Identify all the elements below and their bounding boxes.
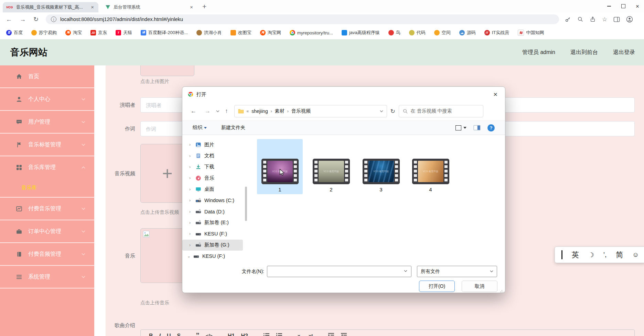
- tree-item-drive-c[interactable]: › Windows (C:): [182, 195, 248, 206]
- bookmark-item[interactable]: 代码: [409, 30, 426, 36]
- filetype-select[interactable]: 所有文件: [417, 266, 497, 277]
- password-key-icon[interactable]: [565, 16, 571, 23]
- bookmark-item[interactable]: 苏宁易购: [31, 30, 57, 36]
- breadcrumb-sucai[interactable]: 素材: [275, 108, 285, 114]
- bookmark-item[interactable]: T天猫: [116, 30, 132, 36]
- back-icon[interactable]: ←: [2, 16, 16, 23]
- bookmark-item[interactable]: 淘淘宝网: [260, 30, 281, 36]
- filename-dropdown-chevron-icon[interactable]: [404, 270, 407, 272]
- tree-scrollbar[interactable]: [245, 187, 247, 221]
- tree-item-documents[interactable]: › 文档: [182, 150, 248, 161]
- ordered-list-button[interactable]: [263, 333, 270, 336]
- sidebar-subitem-music-library[interactable]: 音乐库: [0, 178, 94, 198]
- file-item-4[interactable]: VCG 视觉中国 4: [408, 139, 453, 194]
- logout-link[interactable]: 退出登录: [613, 49, 635, 56]
- subscript-button[interactable]: x₂: [298, 333, 302, 336]
- zoom-icon[interactable]: [577, 16, 583, 22]
- tree-item-drive-g-selected[interactable]: › 新加卷 (G:): [182, 240, 243, 251]
- address-bar[interactable]: i localhost:8080/ssmj1207/admin/dist/ind…: [46, 14, 559, 24]
- header1-button[interactable]: H1: [228, 333, 235, 336]
- file-item-3[interactable]: VCG 视觉中国 3: [358, 139, 404, 194]
- share-icon[interactable]: [590, 16, 596, 22]
- bookmark-item[interactable]: java高级程序猿: [342, 30, 380, 36]
- site-info-icon[interactable]: i: [51, 17, 56, 22]
- collapse-chevron-icon[interactable]: ⌄: [187, 254, 190, 259]
- tree-item-pictures[interactable]: › 图片: [182, 139, 248, 150]
- tab-close-icon[interactable]: ×: [90, 4, 95, 10]
- side-panel-icon[interactable]: [613, 17, 620, 22]
- moon-icon[interactable]: ☽: [588, 251, 594, 259]
- view-mode-button[interactable]: [455, 125, 466, 130]
- file-item-2[interactable]: VCG 视觉中国 2: [308, 139, 354, 194]
- new-tab-button[interactable]: +: [202, 3, 206, 10]
- code-button[interactable]: </>: [206, 333, 213, 336]
- strike-button[interactable]: S: [177, 333, 181, 336]
- dialog-search-box[interactable]: 在 音乐视频 中搜索: [399, 105, 483, 117]
- sidebar-item-music-tag-management[interactable]: 音乐标签管理: [0, 134, 94, 156]
- maximize-icon[interactable]: [621, 4, 625, 8]
- sidebar-item-order-center-management[interactable]: 订单中心管理: [0, 220, 94, 243]
- sidebar-item-personal-center[interactable]: 个人中心: [0, 88, 94, 111]
- expand-chevron-icon[interactable]: ›: [189, 154, 192, 158]
- sidebar-item-system-management[interactable]: 系统管理: [0, 266, 94, 288]
- expand-chevron-icon[interactable]: ›: [189, 198, 192, 203]
- expand-chevron-icon[interactable]: ›: [189, 209, 192, 214]
- tree-item-desktop[interactable]: › 桌面: [182, 184, 248, 195]
- expand-chevron-icon[interactable]: ›: [189, 176, 192, 180]
- nav-forward-icon[interactable]: →: [201, 108, 215, 115]
- expand-chevron-icon[interactable]: ›: [189, 165, 192, 169]
- image-upload-box[interactable]: [140, 65, 194, 76]
- expand-chevron-icon[interactable]: ›: [189, 142, 192, 147]
- bookmark-item[interactable]: 空间: [434, 30, 451, 36]
- bookmark-item[interactable]: 改图宝: [230, 30, 251, 36]
- tab-close-icon[interactable]: ×: [189, 4, 194, 10]
- blockquote-button[interactable]: ”: [196, 333, 200, 336]
- dialog-titlebar[interactable]: 打开 ×: [182, 87, 505, 102]
- expand-chevron-icon[interactable]: ›: [189, 220, 192, 225]
- expand-chevron-icon[interactable]: ›: [189, 231, 192, 236]
- tree-item-drive-e[interactable]: › 新加卷 (E:): [182, 217, 248, 228]
- tree-item-drive-f2[interactable]: ⌄ KESU (F:): [182, 251, 248, 262]
- recent-locations-chevron-icon[interactable]: [216, 110, 219, 113]
- browser-tab-vcg[interactable]: VCG 音乐视频_音乐视频素材下载_高... ×: [3, 2, 98, 12]
- bookmark-star-icon[interactable]: ☆: [602, 16, 607, 23]
- sidebar-item-music-library-management[interactable]: 音乐库管理: [0, 156, 94, 178]
- tree-item-music[interactable]: › 音乐: [182, 172, 248, 183]
- bold-button[interactable]: B: [149, 333, 153, 336]
- sidebar-item-paid-audio-management[interactable]: 付费音频管理: [0, 243, 94, 266]
- bookmark-item[interactable]: 淘淘宝: [65, 30, 82, 36]
- help-icon[interactable]: ?: [487, 124, 495, 132]
- outdent-button[interactable]: [328, 333, 334, 336]
- underline-button[interactable]: U: [167, 333, 171, 336]
- bookmark-item[interactable]: 鸟: [388, 30, 400, 36]
- bookmark-item[interactable]: myrepository/tru...: [290, 30, 333, 35]
- forward-icon[interactable]: →: [16, 16, 30, 23]
- bookmark-item[interactable]: 译百度翻译-200种语...: [141, 30, 188, 36]
- open-button[interactable]: 打开(O): [419, 281, 455, 292]
- cancel-button[interactable]: 取消: [462, 281, 497, 292]
- sidebar-item-user-management[interactable]: 用户管理: [0, 111, 94, 134]
- nav-up-icon[interactable]: ↑: [221, 108, 232, 115]
- minimize-icon[interactable]: [607, 6, 611, 7]
- tree-item-drive-f[interactable]: › KESU (F:): [182, 228, 248, 239]
- breadcrumb-shejiing[interactable]: shejiing: [251, 108, 268, 114]
- bookmark-item[interactable]: 洪湖小肖: [196, 30, 222, 36]
- tree-item-drive-d[interactable]: › Data (D:): [182, 206, 248, 217]
- exit-to-front-link[interactable]: 退出到前台: [570, 49, 598, 56]
- browser-tab-admin[interactable]: 后台管理系统 ×: [102, 2, 197, 12]
- bookmark-item[interactable]: 知中国知网: [518, 30, 544, 36]
- header2-button[interactable]: H2: [241, 333, 248, 336]
- dialog-address-bar[interactable]: « shejiing › 素材 › 音乐视频: [234, 105, 387, 117]
- filename-input[interactable]: [267, 266, 411, 277]
- indent-button[interactable]: [341, 333, 347, 336]
- breadcrumb-music-video[interactable]: 音乐视频: [291, 108, 311, 114]
- bookmark-item[interactable]: ☁源码: [459, 30, 476, 36]
- expand-chevron-icon[interactable]: ›: [189, 187, 192, 192]
- file-item-1-selected[interactable]: VCG 视觉中国 1: [257, 139, 303, 194]
- reload-icon[interactable]: ↻: [30, 15, 42, 23]
- smiley-icon[interactable]: ☺: [632, 251, 639, 259]
- profile-avatar-icon[interactable]: [626, 16, 633, 23]
- nav-back-icon[interactable]: ←: [186, 108, 201, 115]
- sidebar-item-paid-music-management[interactable]: 付费音乐管理: [0, 198, 94, 220]
- bullet-list-button[interactable]: [276, 333, 282, 336]
